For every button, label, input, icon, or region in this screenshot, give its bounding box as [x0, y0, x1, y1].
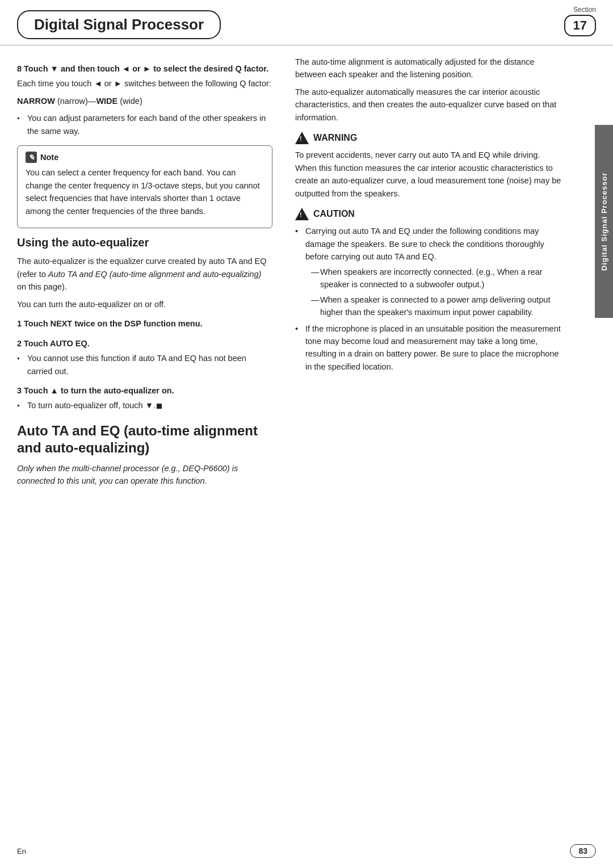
caution-item-1-text: Carrying out auto TA and EQ under the fo… — [305, 227, 544, 261]
warning-body: To prevent accidents, never carry out au… — [295, 149, 562, 200]
narrow-wide: NARROW (narrow)—WIDE (wide) — [17, 95, 272, 107]
step8-body: Each time you touch ◄ or ► switches betw… — [17, 77, 272, 90]
right-column: The auto-time alignment is automatically… — [289, 56, 562, 492]
caution-sub-list-1: When speakers are incorrectly connected.… — [305, 266, 562, 319]
caution-item-2: If the microphone is placed in an unsuit… — [295, 322, 562, 374]
caution-title-row: CAUTION — [295, 208, 562, 220]
caution-list: Carrying out auto TA and EQ under the fo… — [295, 225, 562, 373]
step8-heading: 8 Touch ▼ and then touch ◄ or ► to selec… — [17, 62, 272, 75]
section-label: Section — [573, 6, 596, 14]
note-title-row: ✎ Note — [26, 152, 264, 163]
step2-body: You cannot use this function if auto TA … — [17, 352, 272, 378]
footer: En 83 — [17, 844, 596, 858]
step3-heading: 3 Touch ▲ to turn the auto-equalizer on. — [17, 384, 272, 397]
footer-page: 83 — [570, 844, 596, 858]
narrow-label: NARROW — [17, 97, 55, 106]
caution-label: CAUTION — [313, 209, 355, 219]
auto-time-p2: The auto-equalizer automatically measure… — [295, 86, 562, 124]
step3-bullet: To turn auto-equalizer off, touch ▼. — [17, 399, 272, 412]
warning-icon — [295, 132, 309, 144]
warning-label: WARNING — [313, 133, 357, 143]
side-tab: Digital Signal Processor — [595, 125, 613, 318]
title-box: Digital Signal Processor — [17, 10, 221, 39]
page: Digital Signal Processor Section 17 Digi… — [0, 0, 613, 868]
auto-time-p1: The auto-time alignment is automatically… — [295, 56, 562, 81]
step1-heading: 1 Touch NEXT twice on the DSP function m… — [17, 317, 272, 330]
wide-label: WIDE — [96, 97, 117, 106]
step8-bullet: You can adjust parameters for each band … — [17, 112, 272, 137]
step2-heading: 2 Touch AUTO EQ. — [17, 337, 272, 350]
auto-ta-heading: Auto TA and EQ (auto-time alignment and … — [17, 422, 272, 456]
caution-sub-1a: When speakers are incorrectly connected.… — [311, 266, 562, 291]
page-title: Digital Signal Processor — [34, 16, 204, 33]
caution-item-1: Carrying out auto TA and EQ under the fo… — [295, 225, 562, 318]
section-number: 17 — [564, 15, 596, 36]
warning-title-row: WARNING — [295, 132, 562, 144]
auto-eq-heading: Using the auto-equalizer — [17, 236, 272, 249]
footer-lang: En — [17, 847, 26, 856]
note-box: ✎ Note You can select a center frequency… — [17, 145, 272, 228]
auto-eq-p2: You can turn the auto-equalizer on or of… — [17, 298, 272, 311]
caution-sub-1b: When a speaker is connected to a power a… — [311, 293, 562, 319]
caution-icon — [295, 208, 309, 220]
note-body: You can select a center frequency for ea… — [26, 166, 264, 217]
header: Digital Signal Processor Section 17 — [0, 0, 613, 39]
caution-box: CAUTION Carrying out auto TA and EQ unde… — [295, 208, 562, 373]
note-icon: ✎ — [26, 152, 37, 163]
auto-eq-p1: The auto-equalizer is the equalizer curv… — [17, 255, 272, 293]
note-label: Note — [40, 153, 58, 162]
end-square — [157, 404, 162, 409]
warning-box: WARNING To prevent accidents, never carr… — [295, 132, 562, 200]
section-box: Section 17 — [564, 6, 596, 36]
left-column: 8 Touch ▼ and then touch ◄ or ► to selec… — [17, 56, 289, 492]
main-columns: 8 Touch ▼ and then touch ◄ or ► to selec… — [0, 45, 613, 492]
auto-ta-italic: Only when the multi-channel processor (e… — [17, 462, 272, 488]
